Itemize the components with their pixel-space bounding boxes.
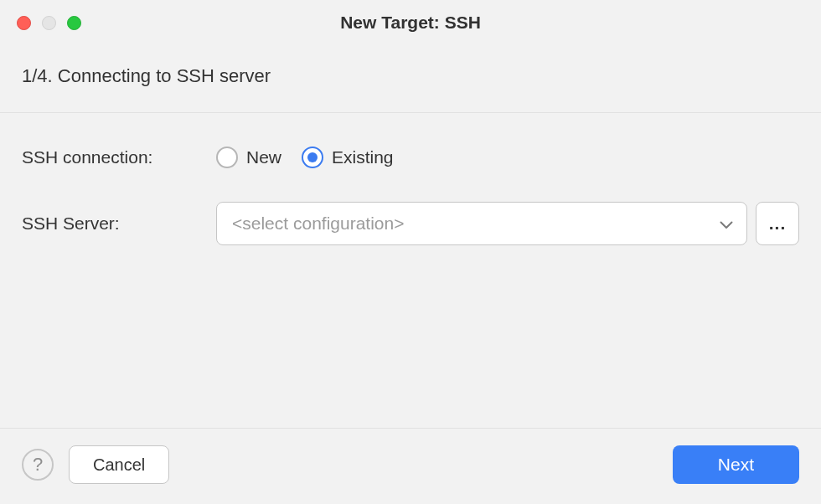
ssh-connection-row: SSH connection: New Existing [22, 147, 799, 168]
maximize-window-icon[interactable] [67, 16, 81, 30]
cancel-button[interactable]: Cancel [69, 445, 169, 484]
window-controls [0, 16, 81, 30]
radio-icon [216, 147, 238, 168]
next-label: Next [718, 455, 754, 475]
ssh-server-row: SSH Server: <select configuration> ... [22, 202, 799, 245]
dialog-footer: ? Cancel Next [0, 428, 821, 504]
title-bar: New Target: SSH [0, 0, 821, 45]
next-button[interactable]: Next [673, 445, 799, 484]
help-button[interactable]: ? [22, 449, 54, 481]
form-area: SSH connection: New Existing SSH Server:… [0, 113, 821, 245]
radio-new-label: New [246, 147, 281, 167]
ssh-connection-label: SSH connection: [22, 147, 216, 167]
radio-existing[interactable]: Existing [302, 147, 394, 168]
ssh-server-select[interactable]: <select configuration> [216, 202, 747, 245]
radio-new[interactable]: New [216, 147, 281, 168]
radio-icon-selected [302, 147, 323, 168]
step-header: 1/4. Connecting to SSH server [0, 45, 821, 113]
ssh-connection-radio-group: New Existing [216, 147, 394, 168]
chevron-down-icon [720, 213, 733, 234]
help-icon: ? [33, 454, 43, 476]
browse-button[interactable]: ... [756, 202, 799, 245]
window-title: New Target: SSH [0, 13, 821, 33]
ssh-server-select-wrapper: <select configuration> ... [216, 202, 799, 245]
ssh-server-label: SSH Server: [22, 213, 216, 234]
cancel-label: Cancel [93, 455, 145, 475]
close-window-icon[interactable] [17, 16, 31, 30]
ssh-server-placeholder: <select configuration> [232, 213, 404, 234]
ellipsis-icon: ... [769, 213, 787, 234]
radio-dot-icon [307, 152, 318, 162]
minimize-window-icon [42, 16, 56, 30]
radio-existing-label: Existing [332, 147, 394, 167]
